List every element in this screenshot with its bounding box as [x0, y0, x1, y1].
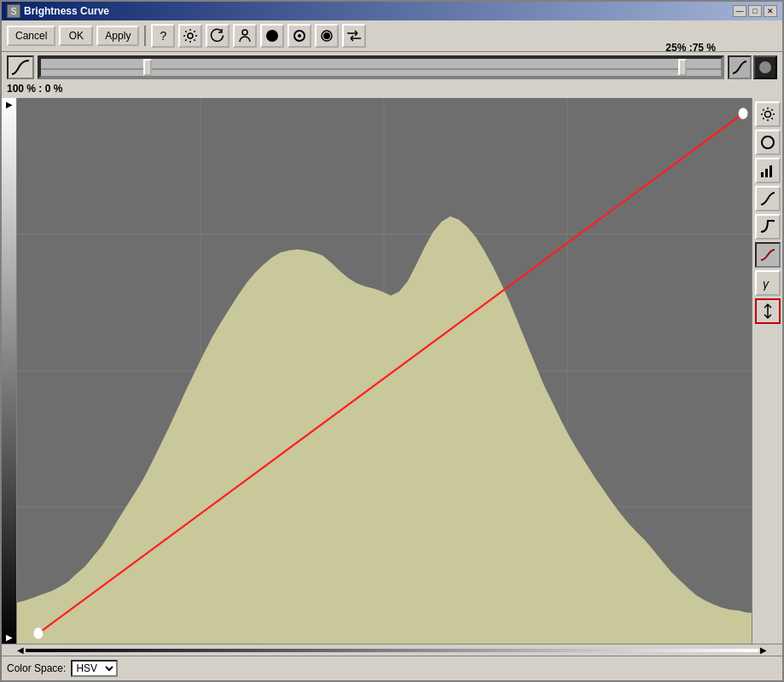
maximize-button[interactable]: □ — [748, 5, 762, 17]
brightness-slider[interactable]: 25% :75 % // ticks will be drawn via CSS… — [38, 55, 724, 79]
curve-controls: 25% :75 % // ticks will be drawn via CSS… — [2, 52, 782, 98]
svg-point-18 — [34, 628, 43, 639]
window-title: Brightness Curve — [24, 5, 109, 17]
s-curve-right-icon[interactable] — [728, 55, 752, 79]
title-buttons: — □ ✕ — [733, 5, 777, 17]
right-sidebar: γ — [752, 98, 782, 644]
axis-left-arrow: ◀ — [17, 645, 24, 655]
circle-solid-icon — [264, 28, 280, 43]
svg-rect-23 — [769, 165, 772, 177]
toolbar-separator — [144, 26, 146, 46]
arrows-updown-sidebar-icon — [759, 303, 776, 320]
s-curve-small-icon — [731, 59, 748, 76]
curve2-sidebar-button[interactable] — [755, 214, 781, 240]
color-space-row: Color Space: HSV RGB Lab YUV — [2, 656, 782, 680]
minimize-button[interactable]: — — [733, 5, 746, 17]
cancel-button[interactable]: Cancel — [7, 26, 55, 46]
rotate-button[interactable] — [206, 24, 229, 48]
color-space-select[interactable]: HSV RGB Lab YUV — [71, 660, 118, 677]
histogram-svg — [17, 98, 752, 644]
person-button[interactable] — [233, 24, 257, 48]
circle-filled-button[interactable] — [315, 24, 339, 48]
circle-outline-icon — [292, 28, 307, 43]
chart-area[interactable] — [17, 98, 752, 644]
circle-sidebar-button[interactable] — [755, 130, 781, 155]
svg-point-6 — [323, 32, 330, 39]
moon-icon-btn[interactable] — [753, 55, 777, 79]
curve-top-row: 25% :75 % // ticks will be drawn via CSS… — [7, 55, 777, 79]
svg-rect-22 — [765, 169, 768, 177]
curve1-sidebar-button[interactable] — [755, 186, 781, 211]
left-gradient-bar: ▶ ▶ — [2, 98, 17, 644]
title-bar: S Brightness Curve — □ ✕ — [2, 2, 782, 20]
slider-thumb-left[interactable] — [143, 59, 152, 76]
gear-sidebar-button[interactable] — [755, 101, 781, 127]
moon-icon — [757, 59, 774, 76]
curve-bottom-row: 100 % : 0 % — [7, 83, 777, 95]
svg-text:γ: γ — [763, 277, 769, 291]
curve3-sidebar-button[interactable] — [755, 242, 781, 268]
svg-point-19 — [764, 112, 770, 118]
main-area: ▶ ▶ — [2, 98, 782, 644]
title-bar-left: S Brightness Curve — [7, 4, 109, 18]
bottom-percentage: 100 % : 0 % — [7, 83, 62, 95]
close-button[interactable]: ✕ — [764, 5, 777, 17]
circle-outline-button[interactable] — [287, 24, 311, 48]
bottom-axis: ◀ ▶ — [2, 644, 782, 656]
settings-icon — [183, 28, 198, 43]
svg-point-8 — [759, 61, 771, 73]
s-curve-icon — [10, 59, 31, 76]
percentage-display: 25% :75 % — [665, 42, 716, 54]
circle-sidebar-icon — [759, 134, 776, 151]
rotate-icon — [210, 28, 225, 43]
svg-point-17 — [739, 108, 747, 118]
circle-solid-button[interactable] — [260, 24, 284, 48]
axis-gradient — [26, 649, 758, 652]
curve3-sidebar-icon — [759, 246, 776, 263]
slider-thumb-right[interactable] — [678, 59, 687, 76]
arrows-updown-sidebar-button[interactable] — [755, 298, 781, 324]
histogram-sidebar-button[interactable] — [755, 158, 781, 183]
svg-point-4 — [298, 34, 301, 38]
arrows-icon — [346, 28, 363, 43]
svg-point-2 — [266, 30, 278, 42]
settings-button[interactable] — [178, 24, 202, 48]
bottom-arrow: ▶ — [6, 633, 13, 642]
window-icon: S — [7, 4, 20, 18]
color-space-label: Color Space: — [7, 662, 66, 674]
axis-right-arrow: ▶ — [760, 645, 767, 655]
curve-type-icon[interactable] — [7, 55, 34, 79]
svg-point-20 — [762, 136, 774, 148]
arrows-button[interactable] — [342, 24, 366, 48]
histogram-sidebar-icon — [759, 162, 776, 179]
s-curve1-sidebar-icon — [759, 190, 776, 207]
svg-point-1 — [242, 30, 247, 35]
curve-right-icons — [728, 55, 777, 79]
curve2-sidebar-icon — [759, 218, 776, 235]
svg-rect-21 — [761, 172, 764, 177]
gamma-sidebar-icon: γ — [759, 275, 776, 292]
person-icon — [237, 28, 253, 43]
gamma-sidebar-button[interactable]: γ — [755, 270, 781, 296]
help-button[interactable]: ? — [151, 24, 175, 48]
ok-button[interactable]: OK — [59, 26, 93, 46]
gear-sidebar-icon — [759, 106, 776, 123]
circle-filled-icon — [319, 28, 334, 43]
main-window: S Brightness Curve — □ ✕ Cancel OK Apply… — [0, 0, 784, 682]
svg-point-0 — [188, 33, 193, 38]
top-arrow: ▶ — [6, 100, 13, 109]
apply-button[interactable]: Apply — [96, 26, 139, 46]
